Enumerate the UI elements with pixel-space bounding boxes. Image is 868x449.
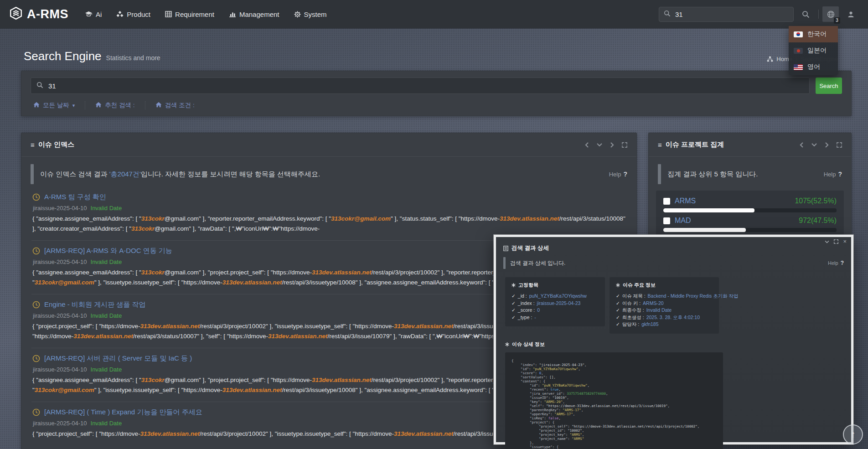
search-filter-1[interactable]: 추천 검색 : (85, 101, 145, 109)
filter-row: 모든 날짜▾추천 검색 :검색 조건 : (31, 99, 842, 113)
code-punct: : (545, 375, 549, 379)
progress-bar-fill (663, 228, 746, 232)
scroll-to-top-button[interactable]: ↑ (843, 424, 863, 444)
help-badge[interactable]: Help? (609, 170, 627, 178)
json-highlight-text: 313dev.atlassian.net (312, 377, 372, 383)
issue-title-link[interactable]: [ARMS-REQ] 서버 관리 ( Server 모듈 및 IaC 등 ) (44, 354, 192, 363)
key-field-row: ✓최종수정 :Invalid Date (616, 307, 713, 314)
code-value: "https://dmove-313dev.atlassian.net/rest… (572, 424, 697, 428)
code-punct: , (698, 424, 700, 428)
navbar-search-button[interactable] (797, 6, 814, 22)
nav-item-system[interactable]: System (294, 10, 327, 18)
code-punct: { (512, 359, 514, 363)
code-value: "10019" (553, 396, 567, 400)
key-info-title: 이슈 주요 정보 (616, 282, 713, 289)
code-punct: : (558, 408, 563, 412)
issue-title-link[interactable]: Engine - 비회원 게시판 샘플 작업 (44, 300, 146, 309)
code-key: "content" (521, 379, 539, 383)
json-highlight-text: 313cokr (141, 269, 165, 276)
search-filter-0[interactable]: 모든 날짜▾ (31, 101, 85, 109)
project-agg-line: MAD972(47.5%) (663, 217, 837, 225)
lang-option-kr[interactable]: 한국어 (789, 26, 838, 42)
issue-title-link[interactable]: A-RMS 팀 구성 확인 (44, 193, 106, 201)
code-punct: , (582, 433, 584, 437)
field-key: 최종수정 : (622, 307, 644, 314)
lang-option-us[interactable]: 영어 (789, 59, 838, 75)
check-icon: ✓ (512, 307, 516, 314)
project-label: ARMS (675, 197, 696, 205)
key-field-row: ✓담당자 :gkfn185 (616, 321, 713, 328)
panel-next-button[interactable] (610, 142, 614, 148)
project-checkbox[interactable] (663, 217, 670, 224)
panel-prev-button[interactable] (585, 142, 589, 148)
search-button[interactable]: Search (816, 77, 842, 94)
panel-expand-button[interactable] (622, 142, 627, 148)
user-button[interactable] (842, 6, 859, 22)
key-field-row: ✓최초생성 :2025. 3. 28. 오후 4:02:10 (616, 314, 713, 321)
code-line: "project_name": "ARMS" (511, 437, 718, 441)
code-punct: : (548, 420, 553, 424)
modal-collapse-button[interactable] (825, 240, 829, 243)
json-text: { "assignee.assignee_emailAddress": [ " (32, 269, 141, 276)
fixed-field-row: ✓_type :- (512, 314, 599, 321)
project-checkbox[interactable] (663, 198, 670, 205)
field-key: _type : (518, 314, 532, 321)
search-icon (36, 82, 43, 90)
panel-collapse-button[interactable] (811, 143, 817, 147)
code-key: "id" (530, 383, 538, 387)
asterisk-icon (505, 342, 509, 346)
code-punct: : (568, 424, 572, 428)
nav-item-label: System (304, 10, 327, 18)
navbar-search-input[interactable] (674, 10, 789, 19)
nav-item-product[interactable]: Product (116, 10, 150, 18)
help-badge[interactable]: Help? (824, 170, 842, 178)
total-count-link[interactable]: '총2047건' (109, 170, 141, 178)
language-button[interactable]: 3 (822, 6, 839, 22)
nav-item-ai[interactable]: Ai (85, 10, 102, 18)
app-logo[interactable]: A-RMS (9, 7, 68, 21)
json-text: { "project.project_self": [ "https://dmo… (32, 323, 140, 330)
help-badge[interactable]: Help? (828, 260, 844, 266)
issue-meta: jiraissue-2025-04-10Invalid Date (33, 205, 625, 212)
lang-option-label: 영어 (807, 63, 820, 71)
modal-close-icon[interactable]: × (843, 239, 847, 244)
code-line: "issuetype": { (511, 445, 718, 449)
nav-item-requirement[interactable]: Requirement (165, 10, 214, 18)
project-count: 972(47.5%) (799, 217, 837, 225)
field-key: _score : (518, 307, 535, 314)
issue-list-item[interactable]: A-RMS 팀 구성 확인jiraissue-2025-04-10Invalid… (31, 187, 626, 241)
clock-icon (32, 301, 40, 309)
json-text: @gmail.com" ], "project.project_self": [… (165, 377, 312, 383)
modal-expand-button[interactable] (834, 239, 838, 244)
search-filter-2[interactable]: 검색 조건 : (145, 101, 205, 109)
field-key: _id : (518, 293, 527, 300)
flag-kr-icon (794, 31, 803, 37)
code-punct: : (568, 437, 572, 441)
json-text: { "assignee.assignee_emailAddress": [ " (32, 215, 141, 222)
field-key: _index : (518, 300, 535, 307)
panel-next-button[interactable] (825, 142, 829, 148)
modal-titlebar: 검색 결과 상세 (496, 237, 851, 252)
issue-title-link[interactable]: [ARMS-REQ] A-RMS 와 A-DOC 연동 기능 (44, 247, 172, 255)
code-line: "project_self": "https://dmove-313dev.at… (511, 424, 718, 428)
invalid-date-label: Invalid Date (91, 366, 122, 373)
issue-title-link[interactable]: [ARMS-REQ] ( Time ) Expand 기능을 만들어 주세요 (44, 408, 202, 417)
main-search-input[interactable] (47, 82, 804, 90)
home-icon (95, 102, 102, 109)
progress-bar-track (663, 208, 837, 212)
code-key: "score" (521, 371, 535, 375)
code-punct: , (558, 387, 561, 392)
nav-item-management[interactable]: Management (229, 10, 279, 18)
json-highlight-text: 313dev.atlassian.net (222, 387, 282, 393)
flag-us-icon (794, 64, 803, 70)
panel-collapse-button[interactable] (597, 143, 602, 147)
panel-expand-button[interactable] (837, 142, 842, 148)
check-icon: ✓ (616, 300, 620, 307)
project-count: 1075(52.5%) (795, 197, 837, 205)
lang-option-jp[interactable]: 일본어 (789, 42, 838, 59)
code-punct: : (529, 367, 533, 371)
fixed-field-row: ✓_index :jiraissue-2025-04-23 (512, 300, 599, 307)
issue-index-title: ≡ 이슈 인덱스 (31, 140, 74, 149)
page-subtitle: Statistics and more (106, 54, 160, 62)
panel-prev-button[interactable] (800, 142, 804, 148)
